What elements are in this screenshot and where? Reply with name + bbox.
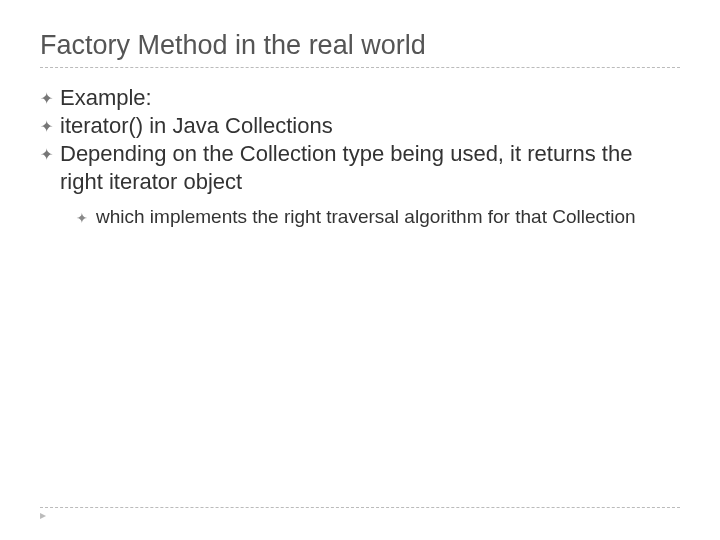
list-item: ✦ Depending on the Collection type being… [40, 140, 680, 195]
bullet-icon: ✦ [40, 140, 60, 168]
list-item-text: Depending on the Collection type being u… [60, 140, 680, 195]
footer-marker-icon: ▸ [40, 508, 46, 522]
list-item: ✦ iterator() in Java Collections [40, 112, 680, 140]
bullet-icon: ✦ [76, 205, 96, 229]
sub-list: ✦ which implements the right traversal a… [40, 205, 680, 229]
bullet-icon: ✦ [40, 112, 60, 140]
main-list: ✦ Example: ✦ iterator() in Java Collecti… [40, 84, 680, 195]
sub-list-item: ✦ which implements the right traversal a… [76, 205, 680, 229]
list-item-text: Example: [60, 84, 680, 112]
slide: Factory Method in the real world ✦ Examp… [0, 0, 720, 249]
list-item: ✦ Example: [40, 84, 680, 112]
sub-list-item-text: which implements the right traversal alg… [96, 205, 680, 229]
bullet-icon: ✦ [40, 84, 60, 112]
list-item-text: iterator() in Java Collections [60, 112, 680, 140]
footer-divider [40, 507, 680, 508]
slide-title: Factory Method in the real world [40, 30, 680, 68]
